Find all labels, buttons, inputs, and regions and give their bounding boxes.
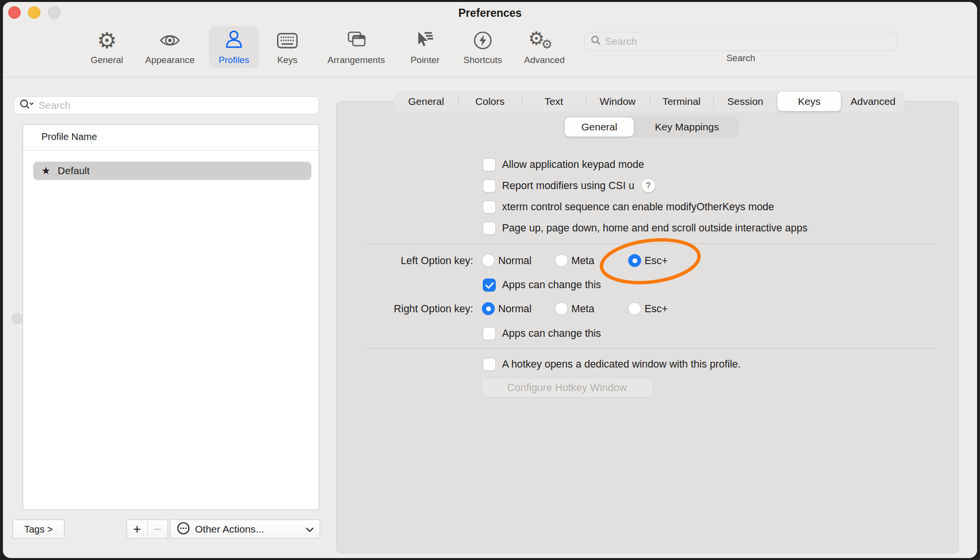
tab-text[interactable]: Text bbox=[522, 91, 586, 112]
preferences-window: Preferences ⚙GeneralAppearanceProfilesKe… bbox=[3, 2, 977, 558]
row-report-modifiers-using-csi: Report modifiers using CSI u? bbox=[483, 176, 655, 195]
toolbar-item-label: Keys bbox=[277, 55, 297, 65]
subtab-general[interactable]: General bbox=[565, 117, 634, 137]
checkbox-label: A hotkey opens a dedicated window with t… bbox=[502, 358, 741, 370]
profile-list-header: Profile Name bbox=[41, 131, 97, 142]
search-icon bbox=[591, 35, 601, 48]
tab-advanced[interactable]: Advanced bbox=[841, 91, 905, 112]
checkbox-label: Apps can change this bbox=[502, 328, 601, 340]
sidebar-search-field[interactable] bbox=[14, 96, 319, 115]
search-menu-icon[interactable] bbox=[19, 99, 35, 112]
toolbar-item-pointer[interactable]: Pointer bbox=[394, 27, 456, 69]
radio-label: Meta bbox=[571, 303, 594, 315]
report-modifiers-using-csi-checkbox[interactable] bbox=[483, 179, 496, 192]
toolbar-item-label: Appearance bbox=[145, 55, 194, 65]
profile-settings-pane bbox=[336, 101, 959, 553]
radio-label: Normal bbox=[498, 303, 531, 315]
apps-can-change-this-checkbox[interactable] bbox=[483, 279, 496, 292]
tab-terminal[interactable]: Terminal bbox=[650, 91, 714, 112]
section-divider bbox=[364, 348, 938, 349]
allow-application-keypad-mode-checkbox[interactable] bbox=[483, 158, 496, 171]
tags-button[interactable]: Tags > bbox=[13, 520, 64, 539]
row-xterm-control-sequence-can: xterm control sequence can enable modify… bbox=[483, 197, 774, 216]
option-group-label: Left Option key: bbox=[321, 255, 473, 267]
sidebar-search-input[interactable] bbox=[39, 100, 314, 111]
remove-profile-button[interactable]: − bbox=[147, 522, 168, 537]
window-title: Preferences bbox=[3, 7, 977, 20]
eye-icon bbox=[158, 27, 181, 54]
radio-label: Esc+ bbox=[645, 255, 668, 267]
tab-keys[interactable]: Keys bbox=[777, 91, 841, 111]
tab-window[interactable]: Window bbox=[586, 91, 650, 112]
row-apps-can-change-this: Apps can change this bbox=[483, 275, 601, 294]
gear-icon: ⚙ bbox=[97, 27, 116, 54]
profile-name: Default bbox=[58, 165, 90, 177]
profile-tabs: GeneralColorsTextWindowTerminalSessionKe… bbox=[394, 91, 905, 112]
xterm-control-sequence-can-checkbox[interactable] bbox=[483, 201, 496, 214]
windows-icon bbox=[345, 27, 368, 54]
toolbar-item-shortcuts[interactable]: Shortcuts bbox=[451, 27, 514, 69]
ellipsis-circle-icon bbox=[176, 521, 191, 538]
row-page-up-page-down: Page up, page down, home and end scroll … bbox=[483, 218, 808, 238]
row-allow-application-keypad-mode: Allow application keypad mode bbox=[483, 155, 644, 174]
radio-right-option-key-meta[interactable] bbox=[555, 302, 568, 315]
toolbar-item-appearance[interactable]: Appearance bbox=[139, 27, 201, 69]
keys-subtabs: GeneralKey Mappings bbox=[564, 117, 739, 137]
apps-can-change-this-checkbox[interactable] bbox=[483, 327, 496, 340]
row-right-option-key: Right Option key:NormalMetaEsc+ bbox=[3, 299, 977, 318]
radio-left-option-key-meta[interactable] bbox=[555, 254, 568, 267]
toolbar-item-general[interactable]: ⚙General bbox=[76, 27, 138, 69]
toolbar-item-arrangements[interactable]: Arrangements bbox=[325, 27, 387, 69]
other-actions-label: Other Actions... bbox=[195, 523, 264, 535]
toolbar-item-label: Shortcuts bbox=[464, 55, 502, 65]
help-button[interactable]: ? bbox=[642, 179, 655, 192]
radio-right-option-key-esc[interactable] bbox=[628, 302, 641, 315]
toolbar-item-label: General bbox=[90, 55, 123, 65]
toolbar-search-field[interactable] bbox=[584, 32, 897, 51]
person-icon bbox=[222, 27, 245, 54]
page-up-page-down-checkbox[interactable] bbox=[483, 222, 496, 235]
radio-label: Esc+ bbox=[645, 303, 668, 315]
toolbar-item-label: Pointer bbox=[411, 55, 439, 65]
keyboard-icon bbox=[275, 27, 299, 54]
radio-right-option-key-normal[interactable] bbox=[482, 302, 495, 315]
titlebar-divider bbox=[3, 77, 977, 77]
configure-hotkey-button[interactable]: Configure Hotkey Window bbox=[481, 378, 653, 397]
toolbar-search-input[interactable] bbox=[605, 36, 891, 47]
add-profile-button[interactable]: + bbox=[127, 522, 147, 537]
tab-general[interactable]: General bbox=[394, 91, 458, 112]
tab-session[interactable]: Session bbox=[713, 91, 777, 112]
tab-colors[interactable]: Colors bbox=[458, 91, 522, 112]
row-a-hotkey-opens-a: A hotkey opens a dedicated window with t… bbox=[483, 355, 741, 374]
row-apps-can-change-this: Apps can change this bbox=[483, 324, 601, 343]
radio-left-option-key-esc[interactable] bbox=[628, 254, 641, 267]
checkbox-label: Report modifiers using CSI u bbox=[502, 180, 634, 192]
option-group-label: Right Option key: bbox=[321, 303, 473, 315]
chevron-down-icon bbox=[306, 523, 314, 535]
subtab-key-mappings[interactable]: Key Mappings bbox=[634, 117, 739, 137]
add-remove-group: + − bbox=[127, 520, 168, 539]
a-hotkey-opens-a-checkbox[interactable] bbox=[483, 358, 496, 371]
toolbar-item-label: Profiles bbox=[219, 55, 249, 65]
toolbar-item-label: Advanced bbox=[524, 55, 565, 65]
star-icon: ★ bbox=[41, 165, 51, 177]
toolbar-search-caption: Search bbox=[584, 53, 897, 64]
profile-row-default[interactable]: ★Default bbox=[33, 162, 311, 180]
bolt-icon bbox=[471, 27, 494, 54]
cursor-icon bbox=[413, 27, 437, 54]
header-divider bbox=[23, 150, 319, 151]
toolbar-item-advanced[interactable]: ⚙⚙Advanced bbox=[513, 27, 576, 69]
checkbox-label: Apps can change this bbox=[502, 279, 601, 291]
row-left-option-key: Left Option key:NormalMetaEsc+ bbox=[3, 251, 977, 270]
radio-left-option-key-normal[interactable] bbox=[482, 254, 495, 267]
checkbox-label: Page up, page down, home and end scroll … bbox=[502, 222, 808, 234]
other-actions-dropdown[interactable]: Other Actions... bbox=[170, 520, 320, 539]
toolbar-item-keys[interactable]: Keys bbox=[256, 27, 319, 69]
radio-label: Meta bbox=[571, 255, 594, 267]
section-divider bbox=[364, 243, 938, 244]
checkbox-label: xterm control sequence can enable modify… bbox=[502, 201, 774, 213]
radio-label: Normal bbox=[498, 255, 531, 267]
checkbox-label: Allow application keypad mode bbox=[502, 159, 644, 171]
gears-icon: ⚙⚙ bbox=[530, 27, 558, 54]
toolbar-item-label: Arrangements bbox=[327, 55, 385, 65]
